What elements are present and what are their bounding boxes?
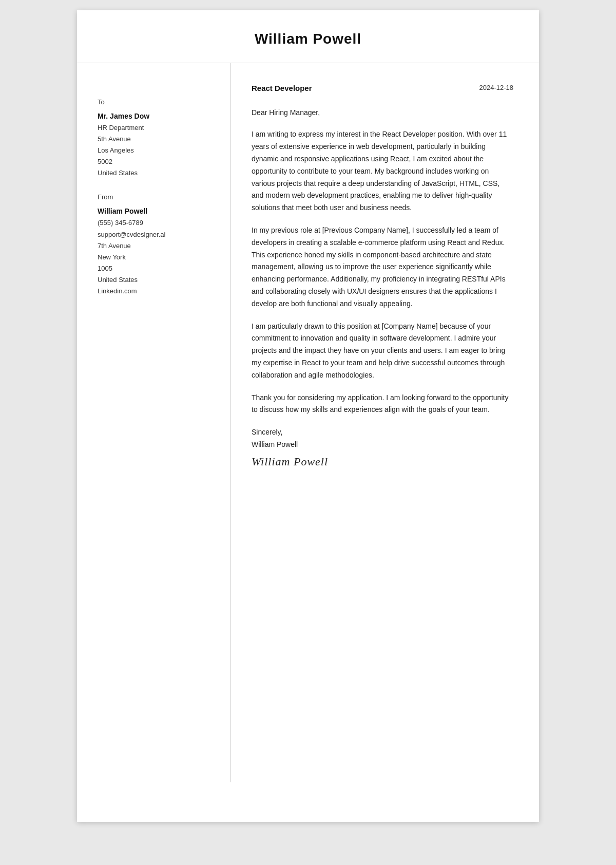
sender-phone: (555) 345-6789 [98, 217, 215, 229]
recipient-line1: HR Department [98, 122, 215, 134]
right-column: React Developer 2024-12-18 Dear Hiring M… [231, 63, 539, 782]
page-header: William Powell [77, 10, 539, 63]
letter-header: React Developer 2024-12-18 [252, 84, 513, 92]
sender-line4: United States [98, 274, 215, 286]
left-column: To Mr. James Dow HR Department 5th Avenu… [77, 63, 231, 782]
salutation: Dear Hiring Manager, [252, 107, 513, 118]
to-section: To Mr. James Dow HR Department 5th Avenu… [98, 98, 215, 179]
recipient-name: Mr. James Dow [98, 112, 215, 120]
closing-text: Sincerely, [252, 426, 513, 439]
sender-line2: New York [98, 252, 215, 263]
sender-line5: Linkedin.com [98, 286, 215, 297]
job-title: React Developer [252, 84, 312, 92]
recipient-line4: 5002 [98, 156, 215, 167]
recipient-line2: 5th Avenue [98, 134, 215, 145]
cover-letter-page: William Powell To Mr. James Dow HR Depar… [77, 10, 539, 822]
letter-date: 2024-12-18 [479, 84, 514, 91]
main-content: To Mr. James Dow HR Department 5th Avenu… [77, 63, 539, 782]
closing-name: William Powell [252, 439, 513, 451]
closing-block: Sincerely, William Powell William Powell [252, 426, 513, 468]
recipient-line5: United States [98, 167, 215, 179]
sender-email: support@cvdesigner.ai [98, 229, 215, 240]
from-section: From William Powell (555) 345-6789 suppo… [98, 193, 215, 297]
sender-line1: 7th Avenue [98, 240, 215, 252]
signature-cursive: William Powell [252, 455, 513, 468]
body-paragraph-1: I am writing to express my interest in t… [252, 128, 513, 214]
sender-line3: 1005 [98, 263, 215, 274]
to-label: To [98, 98, 215, 106]
body-paragraph-2: In my previous role at [Previous Company… [252, 224, 513, 310]
body-paragraph-3: I am particularly drawn to this position… [252, 321, 513, 382]
sender-name: William Powell [98, 207, 215, 215]
page-title: William Powell [87, 31, 529, 47]
body-paragraph-4: Thank you for considering my application… [252, 392, 513, 417]
from-label: From [98, 193, 215, 201]
recipient-line3: Los Angeles [98, 145, 215, 156]
